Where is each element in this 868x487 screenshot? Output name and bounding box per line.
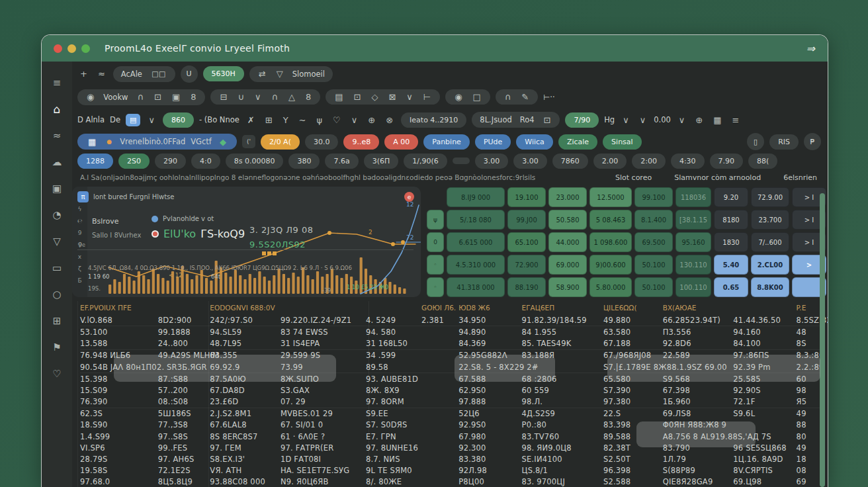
chip-88[interactable]: 88(: [748, 154, 777, 169]
table-cell-r6c7[interactable]: 67.588: [458, 375, 521, 384]
shape-icon[interactable]: △: [287, 93, 296, 101]
grid-cell-r5c1[interactable]: 41.318 000: [447, 277, 505, 297]
table-cell-r8c2[interactable]: 08.:S08: [158, 397, 210, 406]
table-cell-r6c3[interactable]: 87.5A0Ю: [210, 375, 281, 384]
window-titlebar[interactable]: ProomL4o ExeelΓ convio Lryeel Fimoth ⇒: [42, 35, 828, 62]
table-cell-r3c12[interactable]: 8S: [797, 339, 822, 348]
chart-tool-icon-4[interactable]: x: [78, 254, 81, 260]
table-cell-r3c5[interactable]: 31 168L50: [366, 339, 421, 348]
legend-series-1[interactable]: Pvlanohlde v ot: [152, 215, 214, 222]
table-cell-r8c5[interactable]: 97. 8ORM: [366, 397, 421, 406]
grid-cell-r3c7[interactable]: 1830: [714, 232, 748, 252]
table-cell-r15c10[interactable]: QIЕ8Я28GА9: [663, 477, 734, 486]
dec-icon[interactable]: ∨: [620, 116, 632, 124]
table-cell-r10c9[interactable]: 83.398: [603, 420, 663, 429]
table-cell-r12c9[interactable]: 82.38T: [603, 443, 663, 453]
chart-tool-icon-5[interactable]: ζ: [78, 266, 81, 272]
table-cell-r2c1[interactable]: 53.100: [80, 328, 158, 337]
grid-cell-r2c6[interactable]: [38.1.15: [675, 210, 711, 230]
scribble-icon[interactable]: ≈: [42, 122, 72, 149]
table-cell-r11c8[interactable]: 83.TV760: [522, 432, 603, 441]
bag-icon[interactable]: ∪: [236, 93, 245, 101]
table-cell-r13c12[interactable]: 18: [797, 455, 822, 464]
table-cell-r15c12[interactable]: 69: [797, 477, 822, 486]
table-cell-r15c4[interactable]: N9. Я0Ц6ЯВ: [281, 477, 366, 486]
chain-icon[interactable]: 8: [304, 93, 312, 101]
table-cell-r10c8[interactable]: P0.:80: [522, 420, 603, 429]
table-header-col-3[interactable]: EODOGNVI 688:0V: [210, 304, 281, 312]
table-cell-r9c12[interactable]: 49: [797, 409, 822, 418]
table-cell-r2c9[interactable]: 63.580: [603, 328, 663, 337]
table-cell-r3c2[interactable]: 24..800: [158, 339, 210, 348]
chart-tool-icon-1[interactable]: ℮: [77, 218, 83, 224]
table-cell-r13c11[interactable]: 1Ц.16. 8А9D: [733, 455, 796, 464]
grid-cell-r3c4[interactable]: 1 098.600: [589, 232, 632, 252]
table-cell-r1c12[interactable]: 8.5SZ 32: [797, 316, 822, 325]
table-cell-r11c3[interactable]: 8S 8ERC8S7: [210, 432, 281, 441]
grid-cell-r2c2[interactable]: 99.J00: [507, 210, 546, 230]
chevron-icon[interactable]: ∨: [253, 93, 263, 101]
grid-cell-r2c8[interactable]: 23.700: [751, 210, 789, 230]
grid-row-5-lead[interactable]: ◦: [427, 277, 444, 297]
chip-300a[interactable]: 3.00: [475, 154, 509, 169]
insert-group[interactable]: ⊟∪∨∩△8: [210, 89, 320, 105]
grid-cell-r1c1[interactable]: 8.IJ9 000: [447, 187, 505, 207]
table-cell-r9c9[interactable]: 22.S: [603, 409, 663, 418]
table-cell-r1c5[interactable]: 4. 5249: [366, 316, 421, 325]
chip-1906[interactable]: 1/,90(6: [404, 154, 447, 169]
rows-icon[interactable]: ⊟: [218, 93, 228, 101]
merge-icon[interactable]: ⊗: [383, 116, 396, 124]
grid-cell-r1c5[interactable]: 99.100: [634, 187, 673, 207]
grid-cell-r5c8[interactable]: 8.8K00: [751, 277, 789, 297]
selection-count-pill[interactable]: 5630H: [203, 66, 244, 81]
chip-76a[interactable]: 7.6a: [325, 154, 358, 169]
table-cell-r8c12[interactable]: Я5: [797, 397, 822, 406]
grid-cell-r3c8[interactable]: 7/..600: [751, 232, 789, 252]
stamp-icon[interactable]: ⊡: [153, 93, 163, 101]
table-cell-r7c8[interactable]: 60 559: [522, 386, 603, 395]
add-circle-icon[interactable]: ⊕: [365, 116, 378, 124]
swap-icon[interactable]: ⇄: [257, 69, 267, 78]
table-cell-r12c2[interactable]: 99..FЕS: [158, 443, 210, 453]
table-cell-r4c11[interactable]: 97.:86ПS: [733, 351, 796, 360]
table-cell-r1c10[interactable]: 66.28523.94T): [663, 316, 734, 325]
table-cell-r14c9[interactable]: 96.398: [603, 466, 663, 475]
edit-icon[interactable]: ✎: [520, 93, 530, 101]
chip-290[interactable]: 290: [155, 154, 186, 169]
chart-tool-icon-0[interactable]: ϟ: [78, 206, 82, 212]
table-cell-r3c3[interactable]: 48.7L95: [210, 339, 281, 348]
table-cell-r14c5[interactable]: 9L ТЕ SЯМ0: [366, 466, 421, 475]
table-cell-r9c11[interactable]: S9.6L: [733, 409, 796, 418]
case-icon[interactable]: ◇: [370, 93, 379, 101]
filter-icon[interactable]: ▽: [275, 69, 284, 78]
table-cell-r3c4[interactable]: 31 IS4EPA: [281, 339, 366, 348]
table-cell-r2c12[interactable]: 48: [797, 328, 822, 337]
table-cell-r13c7[interactable]: 83.380: [458, 455, 521, 464]
table-cell-r10c1[interactable]: 18.S90: [80, 420, 158, 429]
warning-pill[interactable]: 2/0 A(: [261, 134, 300, 150]
table-cell-r7c11[interactable]: 92.90S: [733, 386, 796, 395]
table-cell-r2c5[interactable]: 94. 580: [366, 328, 421, 337]
close-button[interactable]: [54, 44, 62, 53]
table-cell-r11c12[interactable]: 80: [797, 432, 822, 441]
diamond-icon[interactable]: ◆: [217, 138, 229, 146]
table-cell-r8c3[interactable]: 23.£6D: [210, 397, 281, 406]
table-row-12[interactable]: VI.SР699..FЕS97. ГЕМ97. FАТРR(ЕR97. 8UNН…: [80, 442, 822, 453]
table-cell-r15c7[interactable]: Р8Ц00: [458, 477, 521, 486]
table-row-9[interactable]: 62.3S5Ш186S2.J.S2.8М1МVВЕS.01 29S9.EE52Ц…: [80, 408, 822, 420]
grid-cell-r1c4[interactable]: 12.5000: [589, 187, 632, 207]
table-cell-r1c11[interactable]: 41.44.36.50: [733, 316, 796, 325]
table-cell-r7c7[interactable]: 62.9S0: [458, 386, 521, 395]
grid-row-2-lead[interactable]: ψ: [427, 210, 444, 230]
cloud-icon[interactable]: ☁: [42, 149, 72, 175]
tab-slamvnor[interactable]: Slamvnor còm arnoolod: [674, 173, 761, 182]
tab-6elsnrien[interactable]: 6elsnrien: [783, 173, 817, 182]
grid-cell-r3c1[interactable]: 6.615 000: [447, 232, 505, 252]
add-icon[interactable]: +: [77, 69, 90, 78]
table-header-col-6[interactable]: GOЮI Л6.: [421, 304, 458, 312]
table-cell-r3c8[interactable]: 85. TAES49K: [522, 339, 603, 348]
table-cell-r2c3[interactable]: 94.SL59: [210, 328, 281, 337]
mini-button[interactable]: (': [242, 135, 255, 148]
draw-icon[interactable]: ≈: [95, 69, 108, 78]
shape-icon[interactable]: ○: [42, 281, 72, 308]
